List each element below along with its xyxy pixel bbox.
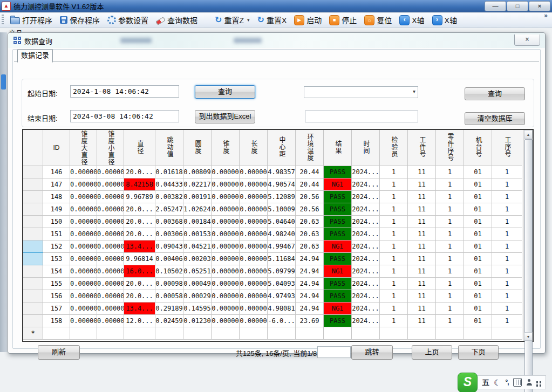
- cell[interactable]: 0.00000: [70, 166, 97, 178]
- cell[interactable]: 01: [464, 315, 492, 327]
- table-row[interactable]: 1490.000000.0000020.0...2.052471.026240.…: [23, 203, 522, 216]
- cell[interactable]: 1: [436, 228, 464, 240]
- toolbar-item-query-data[interactable]: 查询数据: [152, 13, 201, 26]
- cell[interactable]: 0.04521: [183, 240, 212, 253]
- cell[interactable]: 0.00809: [183, 166, 212, 178]
- cell[interactable]: 20.44: [296, 178, 324, 191]
- cell[interactable]: PASS: [324, 278, 352, 290]
- cell[interactable]: [408, 327, 436, 340]
- cell[interactable]: 1: [380, 178, 408, 191]
- cell[interactable]: 1: [492, 178, 522, 191]
- cell[interactable]: 0.00000: [70, 216, 97, 228]
- row-selector[interactable]: [23, 166, 43, 178]
- cell[interactable]: 5.04093: [268, 278, 296, 290]
- cell[interactable]: 0.00000: [212, 302, 240, 315]
- cell[interactable]: 01: [464, 278, 492, 290]
- row-selector[interactable]: [23, 191, 43, 203]
- cell[interactable]: 01: [464, 166, 492, 178]
- toolbar-item-x-axis-left[interactable]: ‹X轴: [396, 13, 428, 26]
- cell[interactable]: 0.00000: [240, 278, 268, 290]
- clear-database-button[interactable]: 清空数据库: [465, 112, 525, 125]
- row-selector[interactable]: [23, 278, 43, 290]
- cell[interactable]: 156: [43, 290, 70, 302]
- cell[interactable]: [155, 327, 183, 340]
- row-selector[interactable]: [23, 290, 43, 302]
- cell[interactable]: 151: [43, 228, 70, 240]
- column-header[interactable]: 锥度大直径: [70, 130, 97, 166]
- cell[interactable]: [124, 327, 155, 340]
- cell[interactable]: NG1: [324, 240, 352, 253]
- table-row[interactable]: 1460.000000.0000020.0...0.016180.008090.…: [23, 166, 522, 178]
- cell[interactable]: 01: [464, 240, 492, 253]
- cell[interactable]: 0.00000: [240, 315, 268, 327]
- cell[interactable]: 1: [436, 191, 464, 203]
- cell[interactable]: NG1: [324, 178, 352, 191]
- cell[interactable]: 1: [492, 203, 522, 216]
- cell[interactable]: 0.00058: [155, 290, 183, 302]
- cell[interactable]: 2024...: [352, 203, 380, 216]
- column-header[interactable]: 直径: [124, 130, 155, 166]
- filter-input[interactable]: [305, 111, 418, 122]
- tab-data-records[interactable]: 数据记录: [17, 49, 53, 63]
- cell[interactable]: 20.0...: [124, 216, 155, 228]
- cell[interactable]: 0.00000: [212, 278, 240, 290]
- maximize-button[interactable]: □: [507, 1, 528, 11]
- cell[interactable]: 0.00000: [97, 166, 124, 178]
- cell[interactable]: 0.00000: [97, 265, 124, 278]
- cell[interactable]: 1: [492, 278, 522, 290]
- cell[interactable]: 154: [43, 265, 70, 278]
- cell[interactable]: 0.00000: [70, 178, 97, 191]
- cell[interactable]: 0.05251: [183, 265, 212, 278]
- cell[interactable]: 0.00382: [155, 191, 183, 203]
- cell[interactable]: 0.00000: [240, 240, 268, 253]
- cell[interactable]: 0.00000: [97, 315, 124, 327]
- cell[interactable]: 11: [408, 216, 436, 228]
- cell[interactable]: 0.00000: [240, 228, 268, 240]
- cell[interactable]: 5.04640: [268, 216, 296, 228]
- scrollbar-thumb[interactable]: [524, 139, 533, 392]
- cell[interactable]: 20.0...: [124, 203, 155, 216]
- cell[interactable]: 0.02459: [155, 315, 183, 327]
- row-selector[interactable]: [23, 203, 43, 216]
- table-row[interactable]: 1580.000000.0000012.0...0.024590.012300.…: [23, 315, 522, 327]
- cell[interactable]: 1.02624: [183, 203, 212, 216]
- cell[interactable]: [324, 327, 352, 340]
- cell[interactable]: 0.00000: [70, 253, 97, 265]
- cell[interactable]: 11: [408, 290, 436, 302]
- cell[interactable]: 0.00000: [240, 302, 268, 315]
- cell[interactable]: 1: [380, 166, 408, 178]
- toolbar-item-home[interactable]: ⌂复位: [360, 13, 396, 26]
- cell[interactable]: 20.63: [296, 228, 324, 240]
- cell[interactable]: 0.00000: [97, 178, 124, 191]
- grid-corner[interactable]: [23, 130, 43, 166]
- cell[interactable]: PASS: [324, 216, 352, 228]
- ime-mode-button[interactable]: 五: [482, 379, 489, 386]
- cell[interactable]: 0.00000: [97, 203, 124, 216]
- cell[interactable]: 0.00000: [97, 253, 124, 265]
- next-page-button[interactable]: 下页: [458, 345, 499, 360]
- cell[interactable]: [97, 327, 124, 340]
- cell[interactable]: [212, 327, 240, 340]
- cell[interactable]: 1: [380, 253, 408, 265]
- cell[interactable]: 01: [464, 228, 492, 240]
- vertical-scrollbar[interactable]: ▲ ▼: [523, 130, 533, 341]
- cell[interactable]: 2024...: [352, 216, 380, 228]
- cell[interactable]: 0.00000: [97, 228, 124, 240]
- cell[interactable]: 20.0...: [124, 290, 155, 302]
- refresh-button[interactable]: 刷新: [38, 345, 80, 360]
- cell[interactable]: 8.42158: [124, 178, 155, 191]
- cell[interactable]: PASS: [324, 253, 352, 265]
- cell[interactable]: 2024...: [352, 240, 380, 253]
- cell[interactable]: PASS: [324, 315, 352, 327]
- table-row[interactable]: 1540.000000.0000016.0...0.105020.052510.…: [23, 265, 522, 278]
- cell[interactable]: 1: [380, 290, 408, 302]
- column-header[interactable]: 跳动值: [155, 130, 183, 166]
- cell[interactable]: 0.00000: [97, 278, 124, 290]
- cell[interactable]: 1: [436, 178, 464, 191]
- minimize-button[interactable]: —: [485, 1, 506, 11]
- cell[interactable]: 0.00000: [70, 315, 97, 327]
- cell[interactable]: 4.98240: [268, 228, 296, 240]
- column-header[interactable]: 机台号: [464, 130, 492, 166]
- cell[interactable]: 0.00368: [155, 216, 183, 228]
- cell[interactable]: 0.00000: [70, 265, 97, 278]
